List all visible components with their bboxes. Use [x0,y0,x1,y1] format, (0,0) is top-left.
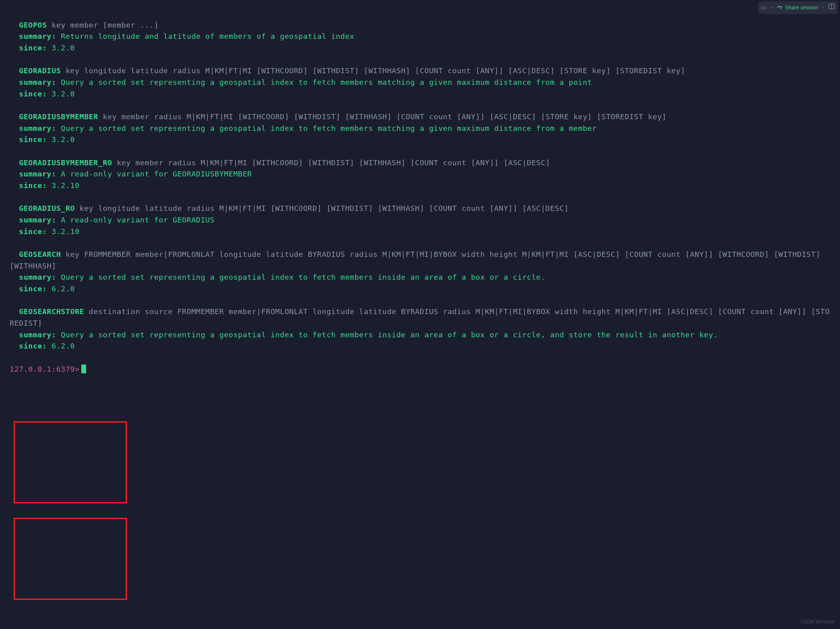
command-signature: GEORADIUS_RO key longitude latitude radi… [10,203,830,214]
prompt-text: 127.0.0.1:6379> [10,365,80,373]
command-name: GEORADIUSBYMEMBER [19,112,98,121]
since-text: 3.2.0 [47,90,75,98]
summary-text: A read-only variant for GEORADIUS [56,216,215,224]
blank-line [10,8,830,20]
command-since: since: 3.2.0 [10,134,830,146]
blank-line [10,54,830,66]
summary-label: summary: [19,331,56,339]
command-name: GEORADIUS [19,66,61,75]
command-since: since: 6.2.0 [10,283,830,295]
command-args: key member radius M|KM|FT|MI [WITHCOORD]… [98,112,667,121]
since-text: 6.2.0 [47,342,75,350]
toolbar-separator: • [770,4,773,12]
summary-label: summary: [19,124,56,132]
since-label: since: [19,227,47,236]
blank-line [10,100,830,111]
command-summary: summary: Query a sorted set representing… [10,329,830,341]
command-args: destination source FROMMEMBER member|FRO… [10,307,830,327]
command-name: GEOSEARCH [19,250,61,258]
command-summary: summary: Returns longitude and latitude … [10,31,830,42]
blank-line [10,237,830,249]
command-signature: GEOSEARCHSTORE destination source FROMME… [10,306,830,329]
command-since: since: 3.2.0 [10,88,830,100]
command-since: since: 3.2.10 [10,226,830,238]
command-args: key longitude latitude radius M|KM|FT|MI… [61,66,685,75]
summary-label: summary: [19,273,56,281]
command-since: since: 3.2.0 [10,42,830,54]
since-label: since: [19,284,47,293]
command-summary: summary: A read-only variant for GEORADI… [10,168,830,180]
blank-line [10,192,830,203]
since-label: since: [19,44,47,52]
since-label: since: [19,90,47,98]
share-arrow-icon [776,4,783,11]
summary-text: Returns longitude and latitude of member… [56,32,354,40]
since-text: 3.2.10 [47,181,79,190]
summary-text: Query a sorted set representing a geospa… [56,273,545,281]
since-label: since: [19,342,47,350]
since-label: since: [19,181,47,190]
summary-label: summary: [19,170,56,178]
split-pane-icon [828,3,835,10]
command-args: key longitude latitude radius M|KM|FT|MI… [75,204,569,212]
since-text: 3.2.0 [47,44,75,52]
command-name: GEORADIUSBYMEMBER_RO [19,158,112,167]
since-text: 3.2.10 [47,227,79,236]
command-args: key member [member ...] [47,21,159,29]
command-signature: GEORADIUSBYMEMBER key member radius M|KM… [10,111,830,123]
command-signature: GEOPOS key member [member ...] [10,20,830,31]
command-summary: summary: Query a sorted set representing… [10,123,830,134]
since-label: since: [19,135,47,144]
terminal-output[interactable]: GEOPOS key member [member ...] summary: … [0,0,840,379]
command-signature: GEORADIUS key longitude latitude radius … [10,65,830,77]
toolbar-prefix: au [761,4,766,12]
summary-label: summary: [19,78,56,86]
summary-label: summary: [19,216,56,224]
command-signature: GEOSEARCH key FROMMEMBER member|FROMLONL… [10,249,830,272]
command-signature: GEORADIUSBYMEMBER_RO key member radius M… [10,157,830,169]
since-text: 6.2.0 [47,284,75,293]
split-pane-button[interactable] [828,3,835,12]
watermark: CSDN @vnjohn [800,618,834,626]
command-name: GEORADIUS_RO [19,204,75,212]
blank-line [10,295,830,306]
command-summary: summary: Query a sorted set representing… [10,77,830,88]
command-name: GEOSEARCHSTORE [19,307,84,316]
since-text: 3.2.0 [47,135,75,144]
cursor [81,365,86,373]
command-name: GEOPOS [19,21,47,29]
share-session-label: Share session [785,4,818,12]
summary-text: Query a sorted set representing a geospa… [56,78,592,86]
highlight-box-geosearchstore [14,518,127,600]
summary-text: Query a sorted set representing a geospa… [56,331,718,339]
summary-text: A read-only variant for GEORADIUSBYMEMBE… [56,170,252,178]
summary-label: summary: [19,32,56,40]
command-args: key FROMMEMBER member|FROMLONLAT longitu… [10,250,825,270]
command-summary: summary: Query a sorted set representing… [10,272,830,283]
highlight-box-geosearch [14,421,127,503]
toolbar-separator: • [821,4,825,12]
summary-text: Query a sorted set representing a geospa… [56,124,597,132]
blank-line [10,146,830,157]
command-since: since: 3.2.10 [10,180,830,192]
prompt-line[interactable]: 127.0.0.1:6379> [10,364,830,375]
command-summary: summary: A read-only variant for GEORADI… [10,214,830,226]
share-session-button[interactable]: Share session [776,4,818,12]
terminal-toolbar: au • Share session • [758,1,838,14]
command-args: key member radius M|KM|FT|MI [WITHCOORD]… [112,158,550,167]
command-since: since: 6.2.0 [10,341,830,352]
blank-line [10,352,830,364]
